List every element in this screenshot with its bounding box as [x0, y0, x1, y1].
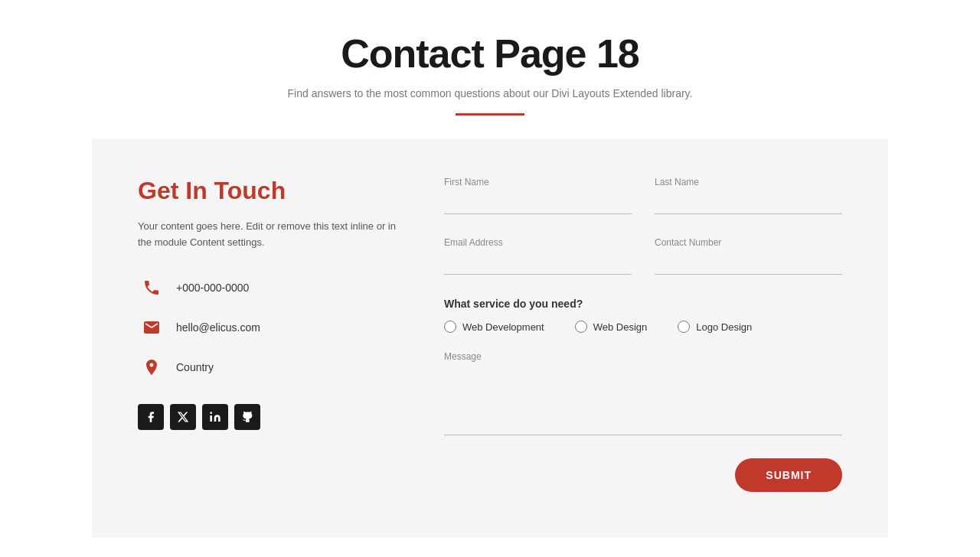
contact-info-list: +000-000-0000 hello@elicus.com Country [138, 274, 398, 381]
submit-row: SUBMIT [444, 458, 842, 492]
first-name-label: First Name [444, 177, 632, 187]
web-development-option[interactable]: Web Development [444, 321, 544, 333]
web-design-radio[interactable] [575, 321, 587, 333]
email-label: Email Address [444, 237, 632, 248]
logo-design-radio[interactable] [678, 321, 690, 333]
page-title: Contact Page 18 [15, 31, 965, 77]
location-icon [138, 353, 165, 381]
name-row: First Name Last Name [444, 177, 842, 214]
service-question: What service do you need? [444, 298, 842, 310]
phone-icon [138, 274, 165, 301]
left-panel: Get In Touch Your content goes here. Edi… [138, 177, 398, 492]
email-text: hello@elicus.com [176, 321, 260, 334]
phone-item: +000-000-0000 [138, 274, 398, 301]
contact-form: First Name Last Name Email Address Conta… [444, 177, 842, 492]
web-development-radio[interactable] [444, 321, 456, 333]
last-name-field: Last Name [655, 177, 842, 214]
divider [456, 113, 524, 116]
contact-row: Email Address Contact Number [444, 237, 842, 275]
get-in-touch-heading: Get In Touch [138, 177, 398, 205]
logo-design-option[interactable]: Logo Design [678, 321, 752, 333]
service-section: What service do you need? Web Developmen… [444, 298, 842, 333]
email-field: Email Address [444, 237, 632, 275]
page-header: Contact Page 18 Find answers to the most… [0, 0, 980, 138]
description-text: Your content goes here. Edit or remove t… [138, 219, 398, 251]
page-subtitle: Find answers to the most common question… [15, 87, 965, 99]
location-item: Country [138, 353, 398, 381]
logo-design-label: Logo Design [696, 321, 752, 333]
email-input[interactable] [444, 252, 632, 275]
email-item: hello@elicus.com [138, 314, 398, 341]
twitter-x-link[interactable] [170, 404, 196, 430]
phone-input[interactable] [655, 252, 842, 275]
social-links [138, 404, 398, 430]
last-name-label: Last Name [655, 177, 842, 187]
message-label: Message [444, 351, 842, 362]
phone-text: +000-000-0000 [176, 282, 249, 294]
first-name-field: First Name [444, 177, 632, 214]
last-name-input[interactable] [655, 192, 842, 214]
location-text: Country [176, 361, 214, 373]
phone-field: Contact Number [655, 237, 842, 275]
submit-button[interactable]: SUBMIT [735, 458, 842, 492]
message-textarea[interactable] [444, 366, 842, 435]
facebook-link[interactable] [138, 404, 164, 430]
svg-point-0 [210, 412, 212, 414]
contact-section: Get In Touch Your content goes here. Edi… [92, 138, 888, 538]
service-options: Web Development Web Design Logo Design [444, 321, 842, 333]
web-development-label: Web Development [462, 321, 544, 333]
email-icon [138, 314, 165, 341]
first-name-input[interactable] [444, 192, 632, 214]
web-design-label: Web Design [593, 321, 648, 333]
web-design-option[interactable]: Web Design [575, 321, 648, 333]
message-field: Message [444, 351, 842, 435]
linkedin-link[interactable] [202, 404, 228, 430]
github-link[interactable] [234, 404, 260, 430]
phone-label: Contact Number [655, 237, 842, 248]
